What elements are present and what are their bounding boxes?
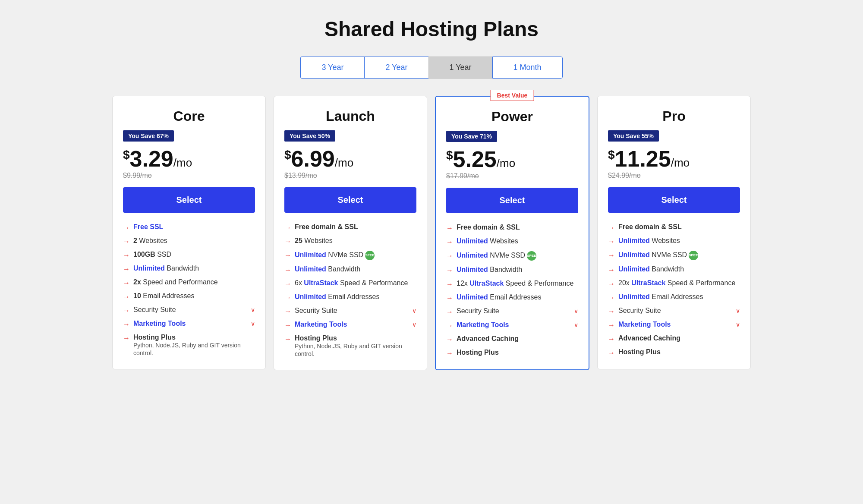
feature-item: →12x UltraStack Speed & Performance (446, 280, 578, 288)
feature-text: 2x Speed and Performance (133, 278, 218, 286)
feature-item: →Marketing Tools∨ (123, 320, 255, 328)
feature-item: →Free domain & SSL (284, 223, 416, 232)
arrow-icon: → (446, 308, 453, 316)
arrow-icon: → (123, 334, 130, 342)
feature-text: Unlimited Bandwidth (133, 265, 199, 272)
chevron-icon[interactable]: ∨ (412, 321, 416, 328)
feature-text: Unlimited Email Addresses (295, 293, 380, 301)
feature-item: →Security Suite∨ (446, 307, 578, 316)
select-button-pro[interactable]: Select (608, 187, 740, 213)
features-list-power: →Free domain & SSL →Unlimited Websites →… (446, 224, 578, 357)
select-button-core[interactable]: Select (123, 187, 255, 213)
arrow-icon: → (608, 349, 615, 357)
feature-text: Security Suite (133, 306, 176, 314)
arrow-icon: → (123, 279, 130, 287)
chevron-icon[interactable]: ∨ (574, 308, 578, 315)
price-main-power: $5.25/mo (446, 148, 578, 170)
arrow-icon: → (123, 252, 130, 259)
feature-item: →Unlimited Bandwidth (608, 265, 740, 274)
chevron-icon[interactable]: ∨ (736, 321, 740, 328)
feature-text: Unlimited NVMe SSDSPEED (618, 251, 698, 260)
feature-text: Unlimited NVMe SSDSPEED (295, 251, 375, 260)
feature-item: →6x UltraStack Speed & Performance (284, 279, 416, 288)
arrow-icon: → (608, 266, 615, 274)
arrow-icon: → (446, 294, 453, 302)
feature-item: →Unlimited Email Addresses (284, 293, 416, 302)
feature-item: →Hosting Plus (608, 348, 740, 357)
feature-text: Unlimited NVMe SSDSPEED (457, 251, 536, 261)
feature-item: →Free domain & SSL (608, 223, 740, 232)
feature-item: →2x Speed and Performance (123, 278, 255, 287)
price-original-launch: $13.99/mo (284, 172, 416, 180)
feature-row: Security Suite∨ (618, 307, 740, 315)
feature-item: →Unlimited Email Addresses (608, 293, 740, 302)
savings-badge-power: You Save 71% (446, 131, 497, 142)
feature-text: Unlimited Bandwidth (618, 265, 684, 273)
arrow-icon: → (608, 321, 615, 329)
arrow-icon: → (608, 252, 615, 259)
price-area-core: $3.29/mo $9.99/mo (123, 148, 255, 180)
arrow-icon: → (123, 307, 130, 315)
feature-text: Unlimited Websites (457, 237, 518, 245)
arrow-icon: → (284, 252, 291, 259)
arrow-icon: → (123, 224, 130, 232)
billing-tab-2year[interactable]: 2 Year (364, 57, 428, 79)
billing-tab-3year[interactable]: 3 Year (300, 57, 364, 79)
feature-row: Security Suite∨ (295, 307, 416, 315)
feature-text: Advanced Caching (457, 335, 519, 343)
arrow-icon: → (608, 335, 615, 343)
arrow-icon: → (446, 322, 453, 330)
plan-card-pro: ProYou Save 55% $11.25/mo $24.99/mo Sele… (597, 96, 751, 369)
arrow-icon: → (284, 280, 291, 288)
feature-text: Free domain & SSL (618, 223, 682, 231)
arrow-icon: → (608, 224, 615, 232)
feature-item: →Security Suite∨ (123, 306, 255, 315)
feature-item: →20x UltraStack Speed & Performance (608, 279, 740, 288)
arrow-icon: → (284, 308, 291, 315)
chevron-icon[interactable]: ∨ (251, 306, 255, 313)
arrow-icon: → (608, 238, 615, 246)
price-original-pro: $24.99/mo (608, 172, 740, 180)
feature-text: Unlimited Email Addresses (457, 293, 542, 301)
select-button-power[interactable]: Select (446, 188, 578, 213)
billing-tab-1year[interactable]: 1 Year (428, 57, 492, 79)
feature-text: Free domain & SSL (295, 223, 358, 231)
features-list-pro: →Free domain & SSL →Unlimited Websites →… (608, 223, 740, 357)
feature-row: Marketing Tools∨ (457, 321, 578, 329)
feature-row: Security Suite∨ (133, 306, 255, 314)
feature-item: →Free SSL (123, 223, 255, 232)
features-list-core: →Free SSL →2 Websites →100GB SSD →Unlimi… (123, 223, 255, 357)
feature-item: →Security Suite∨ (284, 307, 416, 315)
page-title: Shared Hosting Plans (9, 17, 854, 41)
feature-item: →Unlimited NVMe SSDSPEED (446, 251, 578, 261)
arrow-icon: → (123, 238, 130, 246)
billing-tab-1month[interactable]: 1 Month (492, 57, 563, 79)
chevron-icon[interactable]: ∨ (736, 307, 740, 314)
feature-text: 25 Websites (295, 237, 333, 245)
chevron-icon[interactable]: ∨ (574, 321, 578, 328)
arrow-icon: → (446, 280, 453, 288)
plan-name-core: Core (123, 108, 255, 124)
feature-item: →Marketing Tools∨ (284, 321, 416, 329)
feature-text: Marketing Tools (618, 321, 671, 328)
chevron-icon[interactable]: ∨ (412, 307, 416, 314)
feature-text: Unlimited Bandwidth (457, 266, 522, 274)
select-button-launch[interactable]: Select (284, 187, 416, 213)
feature-text: Unlimited Bandwidth (295, 265, 360, 273)
price-main-pro: $11.25/mo (608, 148, 740, 170)
arrow-icon: → (123, 293, 130, 301)
feature-text: 10 Email Addresses (133, 292, 194, 300)
arrow-icon: → (284, 224, 291, 232)
feature-item: →100GB SSD (123, 251, 255, 259)
price-main-launch: $6.99/mo (284, 148, 416, 170)
arrow-icon: → (284, 266, 291, 274)
feature-row: Security Suite∨ (457, 307, 578, 315)
price-original-core: $9.99/mo (123, 172, 255, 180)
feature-text: Free SSL (133, 223, 163, 231)
arrow-icon: → (608, 294, 615, 302)
billing-tabs: 3 Year2 Year1 Year1 Month (9, 57, 854, 79)
chevron-icon[interactable]: ∨ (251, 320, 255, 327)
feature-text: 6x UltraStack Speed & Performance (295, 279, 408, 287)
feature-item: →Unlimited NVMe SSDSPEED (608, 251, 740, 260)
speed-badge: SPEED (689, 251, 698, 260)
